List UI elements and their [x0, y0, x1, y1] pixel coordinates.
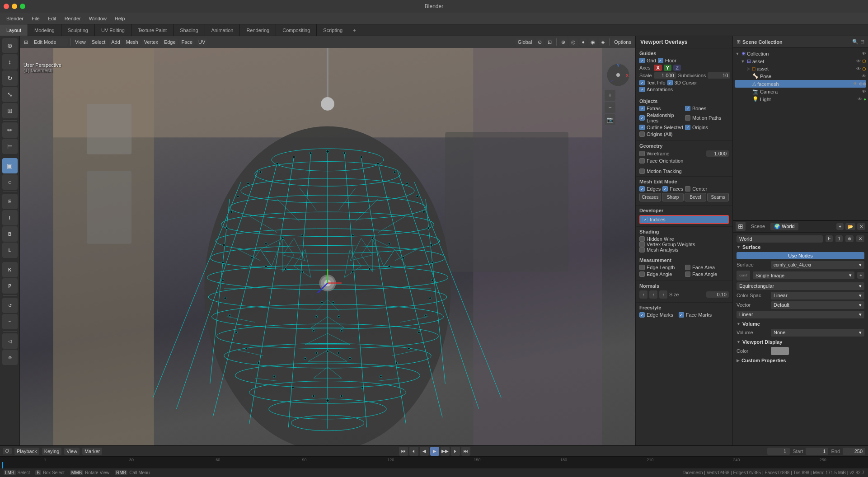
mesh-analysis-item[interactable]: Mesh Analysis [639, 247, 729, 253]
tab-scripting[interactable]: Scripting [317, 24, 349, 36]
options-btn[interactable]: Options [612, 38, 633, 46]
size-value[interactable]: 0.10 [706, 291, 729, 298]
start-frame[interactable]: 1 [806, 448, 828, 455]
hidden-wire-item[interactable]: Hidden Wire [639, 236, 729, 242]
text-info-item[interactable]: Text Info [639, 80, 666, 85]
center-checkbox[interactable] [685, 186, 690, 192]
menu-edit[interactable]: Edit [44, 15, 60, 22]
spin-tool[interactable]: ↺ [2, 298, 18, 313]
viewport-canvas[interactable]: User Perspective (1) facemesh Y X Z [20, 48, 635, 445]
jump-end-btn[interactable]: ⏭ [461, 447, 470, 456]
face-marks-item[interactable]: Face Marks [679, 312, 712, 318]
new-world-btn[interactable]: + [836, 223, 844, 230]
outline-selected-item[interactable]: Outline Selected [639, 125, 683, 130]
annotations-checkbox[interactable] [639, 87, 645, 92]
select-menu[interactable]: Select [89, 38, 108, 46]
scale-value[interactable]: 1.000 [654, 72, 676, 79]
edge-menu[interactable]: Edge [162, 38, 178, 46]
knife-tool[interactable]: K [2, 262, 18, 277]
edge-length-item[interactable]: Edge Length [639, 265, 683, 270]
faces-checkbox[interactable] [662, 186, 668, 192]
colorspace-dropdown[interactable]: Linear ▾ [771, 292, 864, 299]
scene-tab[interactable]: Scene [747, 223, 769, 230]
cursor-tool[interactable]: ⊕ [2, 38, 18, 53]
relationship-lines-checkbox[interactable] [639, 115, 645, 121]
floor-checkbox-item[interactable]: Floor [658, 58, 676, 63]
play-back-btn[interactable]: ◀ [420, 447, 429, 456]
rotate-tool[interactable]: ↻ [2, 70, 18, 86]
move-tool[interactable]: ↕ [2, 54, 18, 70]
surface-section-header[interactable]: ▼ Surface [737, 244, 864, 250]
bones-checkbox[interactable] [685, 106, 690, 111]
creases-btn[interactable]: Creases [639, 193, 661, 201]
menu-window[interactable]: Window [85, 15, 110, 22]
subdivisions-value[interactable]: 10 [708, 72, 730, 79]
pose-item[interactable]: 🦴 Pose 👁 [735, 72, 866, 80]
vector-dropdown[interactable]: Default ▾ [771, 301, 864, 309]
facemesh-item[interactable]: △ facemesh 👁 ⊕⊛ [735, 80, 866, 88]
zoom-in-btn[interactable]: + [605, 90, 615, 101]
light-item[interactable]: 💡 Light 👁 ● [735, 95, 866, 103]
scale-tool[interactable]: ⤡ [2, 87, 18, 102]
view-menu-tl[interactable]: View [64, 448, 80, 455]
delete-btn[interactable]: ✕ [856, 235, 864, 242]
tab-layout[interactable]: Layout [0, 24, 28, 36]
annotate-tool[interactable]: ✏ [2, 122, 18, 138]
pose-visibility[interactable]: 👁 [862, 74, 866, 79]
face-menu[interactable]: Face [179, 38, 195, 46]
camera-item[interactable]: 📷 Camera 👁 [735, 88, 866, 95]
step-fwd-btn[interactable]: ⏵ [451, 447, 460, 456]
loop-normal-icon[interactable]: ↑ [649, 290, 657, 299]
3d-viewport[interactable]: ⊞ Edit Mode View Select Add Mesh Vertex … [20, 36, 635, 445]
orbit-gizmo[interactable]: Y X Z [605, 61, 632, 89]
edges-item[interactable]: Edges [639, 186, 661, 192]
minimize-button[interactable] [12, 4, 17, 9]
motion-tracking-item[interactable]: Motion Tracking [639, 168, 729, 174]
origins-item[interactable]: Origins [685, 125, 729, 130]
asset-object-item[interactable]: ▷ □ asset 👁 ⬡ [735, 65, 866, 72]
indices-checkbox[interactable] [643, 217, 648, 222]
asset-collection-visibility[interactable]: 👁 [856, 59, 861, 64]
shading-material[interactable]: ◉ [588, 38, 597, 46]
measure-tool[interactable]: ⊨ [2, 139, 18, 154]
motion-tracking-checkbox[interactable] [639, 168, 645, 174]
annotations-item[interactable]: Annotations [639, 87, 729, 92]
single-user-btn[interactable]: 1 [835, 235, 843, 242]
viewport-display-header[interactable]: ▼ Viewport Display [737, 339, 864, 345]
indices-item[interactable]: Indices [639, 215, 729, 224]
bevel-btn[interactable]: Bevel [685, 193, 706, 201]
tab-animation[interactable]: Animation [205, 24, 240, 36]
relationship-lines-item[interactable]: Relationship Lines [639, 112, 683, 123]
floor-checkbox[interactable] [658, 58, 663, 63]
edge-slide-tool[interactable]: ◁ [2, 333, 18, 349]
outline-selected-checkbox[interactable] [639, 125, 645, 130]
cursor-3d-checkbox[interactable] [667, 80, 673, 85]
view-menu[interactable]: View [73, 38, 88, 46]
center-item[interactable]: Center [685, 186, 707, 192]
playback-menu[interactable]: Playback [14, 448, 39, 455]
seams-btn[interactable]: Seams [707, 193, 729, 201]
grid-checkbox[interactable] [639, 58, 645, 63]
face-area-checkbox[interactable] [685, 265, 690, 270]
xray-btn[interactable]: ◎ [569, 38, 578, 46]
camera-visibility[interactable]: 👁 [862, 89, 866, 94]
wireframe-checkbox[interactable] [639, 151, 645, 156]
custom-props-header[interactable]: ▶ Custom Properties [737, 358, 864, 363]
image-type-dropdown[interactable]: Single Image ▾ [753, 271, 854, 279]
light-visibility[interactable]: 👁 [858, 97, 862, 102]
vertex-group-weights-item[interactable]: Vertex Group Weights [639, 242, 729, 247]
face-area-item[interactable]: Face Area [685, 265, 729, 270]
transform-orientation[interactable]: Global [516, 38, 535, 46]
bones-item[interactable]: Bones [685, 106, 729, 111]
face-angle-item[interactable]: Face Angle [685, 271, 729, 277]
volume-dropdown[interactable]: None ▾ [771, 329, 864, 337]
browse-world-btn[interactable]: 📂 [845, 223, 855, 230]
zoom-out-btn[interactable]: − [605, 102, 615, 113]
projection-dropdown[interactable]: Equirectangular ▾ [737, 282, 864, 290]
tab-rendering[interactable]: Rendering [240, 24, 276, 36]
axis-x-btn[interactable]: X [654, 65, 662, 71]
wireframe-value[interactable]: 1.000 [706, 150, 729, 157]
tab-modeling[interactable]: Modeling [28, 24, 61, 36]
face-normal-icon[interactable]: ↑ [659, 290, 667, 299]
extrude-tool[interactable]: E [2, 194, 18, 209]
